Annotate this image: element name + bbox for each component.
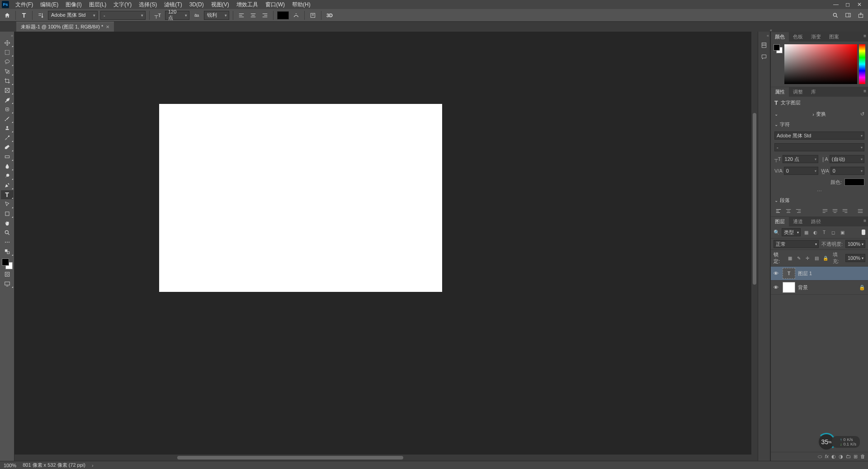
- stamp-tool[interactable]: [1, 124, 14, 133]
- fill-input[interactable]: 100%: [845, 254, 865, 262]
- adjustment-icon[interactable]: ◑: [839, 454, 843, 460]
- filter-adjust-icon[interactable]: ◐: [811, 229, 819, 236]
- minimize-button[interactable]: —: [833, 1, 839, 8]
- menu-file[interactable]: 文件(F): [12, 0, 37, 10]
- menu-plugins[interactable]: 增效工具: [233, 0, 262, 10]
- mask-icon[interactable]: ◐: [831, 454, 836, 460]
- para-justify-center-icon[interactable]: [831, 207, 839, 215]
- color-field[interactable]: [784, 44, 857, 84]
- lock-all-icon[interactable]: 🔒: [822, 254, 829, 262]
- menu-image[interactable]: 图像(I): [62, 0, 85, 10]
- dodge-tool[interactable]: [1, 171, 14, 180]
- eyedropper-tool[interactable]: [1, 95, 14, 104]
- canvas[interactable]: [159, 104, 442, 292]
- link-layers-icon[interactable]: ⬭: [818, 454, 822, 460]
- tab-adjustments[interactable]: 调整: [789, 87, 807, 97]
- warp-text-icon[interactable]: [292, 11, 301, 20]
- filter-shape-icon[interactable]: ◻: [830, 229, 837, 236]
- layer-name[interactable]: 背景: [798, 284, 808, 291]
- char-panel-icon[interactable]: [308, 11, 317, 20]
- tool-preset-icon[interactable]: T: [19, 11, 28, 20]
- new-layer-icon[interactable]: ⊞: [854, 454, 858, 460]
- filter-pixel-icon[interactable]: ▦: [802, 229, 810, 236]
- marquee-tool[interactable]: [1, 48, 14, 57]
- more-options-icon[interactable]: ⋯: [771, 188, 868, 195]
- para-align-left-icon[interactable]: [774, 207, 783, 215]
- eraser-tool[interactable]: [1, 143, 14, 152]
- maximize-button[interactable]: ◻: [844, 1, 851, 8]
- opacity-input[interactable]: 100%: [845, 240, 865, 248]
- para-justify-all-icon[interactable]: [856, 207, 864, 215]
- selection-tool[interactable]: [1, 67, 14, 76]
- statusbar-more-icon[interactable]: ›: [92, 463, 94, 468]
- menu-3d[interactable]: 3D(D): [186, 0, 208, 9]
- history-panel-icon[interactable]: [760, 41, 769, 50]
- close-tab-icon[interactable]: ✕: [106, 24, 109, 29]
- filter-type-icon[interactable]: T: [821, 229, 828, 236]
- visibility-icon[interactable]: 👁: [774, 271, 780, 276]
- prop-font-style[interactable]: -: [774, 143, 864, 151]
- tab-channels[interactable]: 通道: [789, 217, 807, 226]
- horizontal-scrollbar[interactable]: [177, 456, 403, 460]
- prop-tracking[interactable]: 0: [784, 167, 818, 175]
- close-button[interactable]: ✕: [856, 1, 863, 8]
- move-tool[interactable]: [1, 38, 14, 47]
- layer-name[interactable]: 图层 1: [798, 270, 812, 277]
- filter-search-icon[interactable]: 🔍: [774, 230, 780, 235]
- transform-section[interactable]: ›变换 ↺: [771, 109, 868, 119]
- color-panel-menu-icon[interactable]: ≡: [863, 33, 866, 38]
- tab-libraries[interactable]: 库: [807, 87, 820, 97]
- tab-layers[interactable]: 图层: [771, 217, 789, 226]
- lock-nest-icon[interactable]: ▤: [813, 254, 820, 262]
- font-size-dropdown[interactable]: 120 点: [165, 11, 189, 20]
- para-justify-left-icon[interactable]: [821, 207, 829, 215]
- filter-smart-icon[interactable]: ▣: [839, 229, 846, 236]
- crop-tool[interactable]: [1, 76, 14, 85]
- font-family-dropdown[interactable]: Adobe 黑体 Std: [48, 11, 98, 20]
- pen-tool[interactable]: [1, 181, 14, 190]
- type-tool[interactable]: T: [1, 190, 14, 199]
- vertical-scrollbar[interactable]: [753, 113, 756, 285]
- blend-mode-dropdown[interactable]: 正常: [774, 240, 819, 248]
- healing-tool[interactable]: [1, 105, 14, 114]
- tab-color[interactable]: 颜色: [771, 32, 789, 42]
- antialias-dropdown[interactable]: 锐利: [204, 11, 229, 20]
- para-justify-right-icon[interactable]: [841, 207, 849, 215]
- group-icon[interactable]: 🗀: [846, 454, 851, 460]
- home-button[interactable]: [3, 11, 12, 20]
- quick-mask-tool[interactable]: [1, 270, 14, 279]
- tab-patterns[interactable]: 图案: [825, 32, 843, 42]
- workspace-icon[interactable]: [844, 11, 853, 20]
- fg-bg-colors[interactable]: [2, 258, 13, 269]
- menu-help[interactable]: 帮助(H): [288, 0, 314, 10]
- menu-type[interactable]: 文字(Y): [110, 0, 135, 10]
- prop-leading[interactable]: (自动): [830, 155, 864, 163]
- blur-tool[interactable]: [1, 162, 14, 171]
- align-center-icon[interactable]: [249, 11, 258, 20]
- lock-pos-icon[interactable]: ✛: [804, 254, 811, 262]
- layers-panel-menu-icon[interactable]: ≡: [863, 218, 866, 223]
- canvas-area[interactable]: [14, 32, 758, 461]
- lock-trans-icon[interactable]: ▦: [786, 254, 793, 262]
- shape-tool[interactable]: [1, 209, 14, 218]
- tab-paths[interactable]: 路径: [807, 217, 825, 226]
- para-align-center-icon[interactable]: [784, 207, 793, 215]
- gradient-tool[interactable]: [1, 152, 14, 161]
- screen-mode-tool[interactable]: [1, 279, 14, 288]
- layer-item[interactable]: 👁 背景 🔒: [771, 281, 868, 295]
- tab-gradients[interactable]: 渐变: [807, 32, 825, 42]
- frame-tool[interactable]: [1, 86, 14, 95]
- brush-tool[interactable]: [1, 114, 14, 123]
- zoom-tool[interactable]: [1, 228, 14, 237]
- 3d-button[interactable]: 3D: [325, 11, 334, 20]
- para-align-right-icon[interactable]: [794, 207, 802, 215]
- menu-select[interactable]: 选择(S): [135, 0, 160, 10]
- hand-tool[interactable]: [1, 219, 14, 228]
- align-right-icon[interactable]: [260, 11, 269, 20]
- menu-view[interactable]: 视图(V): [208, 0, 233, 10]
- tab-properties[interactable]: 属性: [771, 87, 789, 97]
- text-orientation-icon[interactable]: [36, 11, 45, 20]
- color-mode-toggle[interactable]: [1, 247, 14, 256]
- delete-layer-icon[interactable]: 🗑: [860, 454, 865, 460]
- comments-panel-icon[interactable]: [760, 52, 769, 61]
